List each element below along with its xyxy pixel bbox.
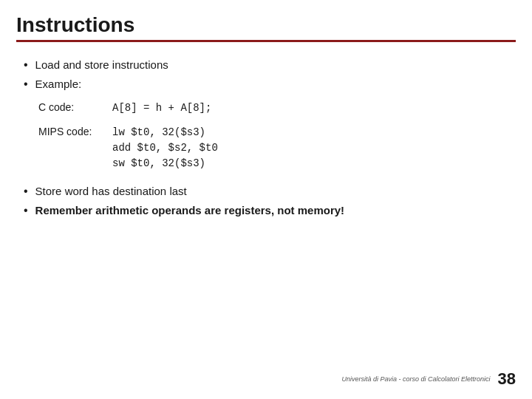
- mips-code-value: lw $t0, 32($s3) add $t0, $s2, $t0 sw $t0…: [112, 125, 218, 171]
- bullet-dot-3: •: [24, 183, 28, 200]
- footer-area: Università di Pavia - corso di Calcolato…: [341, 369, 516, 389]
- c-code-row: C code: A[8] = h + A[8];: [38, 100, 516, 116]
- list-item-4: • Remember arithmetic operands are regis…: [24, 202, 516, 219]
- bullet-list-top: • Load and store instructions • Example:: [24, 57, 516, 93]
- title-divider: [16, 40, 516, 42]
- list-item-1: • Load and store instructions: [24, 57, 516, 73]
- bullet-dot-2: •: [24, 76, 28, 92]
- example-block: C code: A[8] = h + A[8]; MIPS code: lw $…: [38, 100, 516, 171]
- mips-code-row: MIPS code: lw $t0, 32($s3) add $t0, $s2,…: [38, 125, 516, 171]
- footer-slide-number: 38: [498, 369, 516, 389]
- slide-title: Instructions: [16, 13, 516, 37]
- bullet-dot-1: •: [24, 57, 28, 73]
- mips-line-2: add $t0, $s2, $t0: [112, 142, 218, 154]
- bullet-text-2: Example:: [35, 76, 82, 92]
- bullet-list-bottom: • Store word has destination last • Reme…: [24, 183, 516, 219]
- list-item-2: • Example:: [24, 76, 516, 92]
- mips-line-1: lw $t0, 32($s3): [112, 126, 205, 138]
- bullet-text-4: Remember arithmetic operands are registe…: [35, 202, 344, 218]
- bullet-text-1: Load and store instructions: [35, 57, 168, 72]
- mips-line-3: sw $t0, 32($s3): [112, 157, 205, 169]
- bullet-dot-4: •: [24, 202, 28, 219]
- footer-institution: Università di Pavia - corso di Calcolato…: [341, 375, 490, 383]
- c-code-label: C code:: [38, 100, 112, 113]
- mips-code-label: MIPS code:: [38, 125, 112, 137]
- list-item-3: • Store word has destination last: [24, 183, 516, 200]
- c-code-value: A[8] = h + A[8];: [112, 100, 211, 116]
- bullet-text-3: Store word has destination last: [35, 183, 187, 199]
- slide-page: Instructions • Load and store instructio…: [0, 0, 532, 399]
